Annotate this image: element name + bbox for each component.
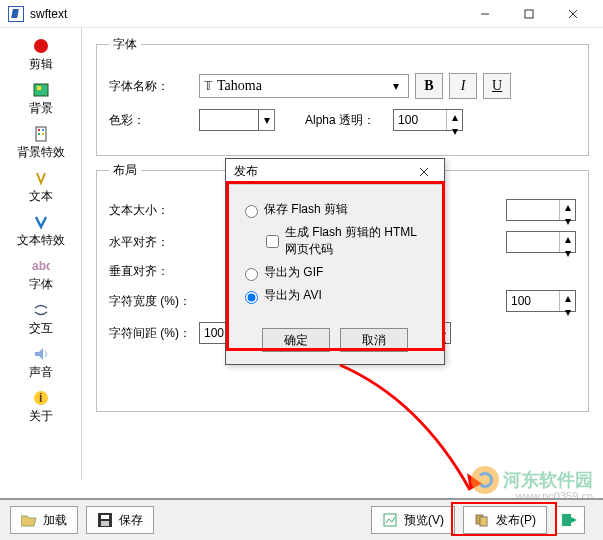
halign-input-right[interactable]: ▴▾ [506, 231, 576, 253]
sidebar-item-text[interactable]: 文本 [0, 166, 81, 210]
color-swatch[interactable] [199, 109, 259, 131]
sidebar-item-sound[interactable]: 声音 [0, 342, 81, 386]
font-legend: 字体 [109, 36, 141, 53]
radio-export-avi[interactable]: 导出为 AVI [240, 287, 430, 304]
radio-export-gif[interactable]: 导出为 GIF [240, 264, 430, 281]
bg-effect-icon [32, 125, 50, 143]
char-spacing-label: 字符间距 (%)： [109, 325, 199, 342]
svg-rect-21 [101, 515, 109, 519]
valign-label: 垂直对齐： [109, 263, 199, 280]
text-effect-icon [32, 213, 50, 231]
char-width-input-right[interactable]: 100▴▾ [506, 290, 576, 312]
dialog-ok-button[interactable]: 确定 [262, 328, 330, 352]
svg-rect-11 [42, 133, 44, 135]
maximize-button[interactable] [507, 0, 551, 28]
color-dropdown-button[interactable]: ▾ [259, 109, 275, 131]
layout-legend: 布局 [109, 162, 141, 179]
sidebar-item-font[interactable]: abc 字体 [0, 254, 81, 298]
sidebar-item-label: 声音 [0, 364, 81, 381]
svg-rect-8 [38, 129, 40, 131]
sidebar-item-clip[interactable]: 剪辑 [0, 34, 81, 78]
sidebar-item-label: 字体 [0, 276, 81, 293]
dialog-titlebar: 发布 [226, 159, 444, 185]
svg-rect-22 [101, 521, 109, 526]
svg-rect-7 [36, 127, 46, 141]
svg-rect-10 [38, 133, 40, 135]
font-family-value: Tahoma [217, 78, 388, 94]
load-button[interactable]: 加载 [10, 506, 78, 534]
font-family-select[interactable]: 𝕋 Tahoma ▾ [199, 74, 409, 98]
app-icon [8, 6, 24, 22]
sidebar-item-label: 关于 [0, 408, 81, 425]
alpha-label: Alpha 透明： [305, 112, 375, 129]
svg-point-4 [34, 39, 48, 53]
folder-open-icon [21, 512, 37, 528]
text-icon [32, 169, 50, 187]
watermark: 河东软件园 www.pc0359.cn [471, 466, 593, 494]
checkbox-gen-html[interactable]: 生成 Flash 剪辑的 HTML 网页代码 [262, 224, 430, 258]
font-fieldset: 字体 字体名称： 𝕋 Tahoma ▾ B I U 色彩： ▾ Alpha 透明… [96, 36, 589, 156]
sound-icon [32, 345, 50, 363]
text-size-label: 文本大小： [109, 202, 199, 219]
watermark-logo-icon [471, 466, 499, 494]
font-glyph-icon: 𝕋 [204, 79, 213, 94]
floppy-icon [97, 512, 113, 528]
svg-marker-13 [35, 348, 43, 360]
svg-rect-6 [37, 86, 41, 90]
sidebar: 剪辑 背景 背景特效 文本 文本特效 abc 字体 交互 声音 [0, 28, 82, 480]
char-width-label: 字符宽度 (%)： [109, 293, 199, 310]
svg-rect-26 [562, 514, 571, 526]
font-name-label: 字体名称： [109, 78, 199, 95]
radio-save-flash[interactable]: 保存 Flash 剪辑 [240, 201, 430, 218]
sidebar-item-text-effect[interactable]: 文本特效 [0, 210, 81, 254]
italic-button[interactable]: I [449, 73, 477, 99]
sidebar-item-interact[interactable]: 交互 [0, 298, 81, 342]
svg-text:abc: abc [32, 259, 50, 273]
close-button[interactable] [551, 0, 595, 28]
minimize-button[interactable] [463, 0, 507, 28]
watermark-text: 河东软件园 [503, 468, 593, 492]
publish-dialog: 发布 保存 Flash 剪辑 生成 Flash 剪辑的 HTML 网页代码 导出… [225, 158, 445, 365]
svg-marker-27 [571, 517, 577, 523]
dialog-title: 发布 [234, 163, 258, 180]
svg-rect-25 [480, 517, 487, 526]
publish-icon [474, 512, 490, 528]
app-title: swftext [30, 7, 67, 21]
dialog-cancel-button[interactable]: 取消 [340, 328, 408, 352]
exit-icon [562, 512, 578, 528]
exit-button[interactable] [555, 506, 585, 534]
background-icon [32, 81, 50, 99]
sidebar-item-label: 背景特效 [0, 144, 81, 161]
preview-icon [382, 512, 398, 528]
spinner-arrows[interactable]: ▴▾ [446, 110, 462, 130]
sidebar-item-label: 剪辑 [0, 56, 81, 73]
sidebar-item-background[interactable]: 背景 [0, 78, 81, 122]
chevron-down-icon: ▾ [388, 79, 404, 93]
clip-icon [32, 37, 50, 55]
svg-rect-9 [42, 129, 44, 131]
sidebar-item-label: 文本特效 [0, 232, 81, 249]
bottombar: 加载 保存 预览(V) 发布(P) [0, 498, 603, 540]
titlebar: swftext [0, 0, 603, 28]
publish-button[interactable]: 发布(P) [463, 506, 547, 534]
svg-rect-1 [525, 10, 533, 18]
sidebar-item-label: 文本 [0, 188, 81, 205]
dialog-close-button[interactable] [412, 160, 436, 184]
preview-button[interactable]: 预览(V) [371, 506, 455, 534]
color-label: 色彩： [109, 112, 199, 129]
svg-marker-19 [21, 516, 36, 526]
save-button[interactable]: 保存 [86, 506, 154, 534]
sidebar-item-about[interactable]: i 关于 [0, 386, 81, 430]
interact-icon [32, 301, 50, 319]
about-icon: i [32, 389, 50, 407]
halign-label: 水平对齐： [109, 234, 199, 251]
svg-text:i: i [39, 391, 42, 405]
alpha-value: 100 [394, 113, 446, 127]
bold-button[interactable]: B [415, 73, 443, 99]
sidebar-item-bg-effect[interactable]: 背景特效 [0, 122, 81, 166]
underline-button[interactable]: U [483, 73, 511, 99]
text-size-input-right[interactable]: ▴▾ [506, 199, 576, 221]
sidebar-item-label: 交互 [0, 320, 81, 337]
alpha-input[interactable]: 100 ▴▾ [393, 109, 463, 131]
font-icon: abc [32, 257, 50, 275]
